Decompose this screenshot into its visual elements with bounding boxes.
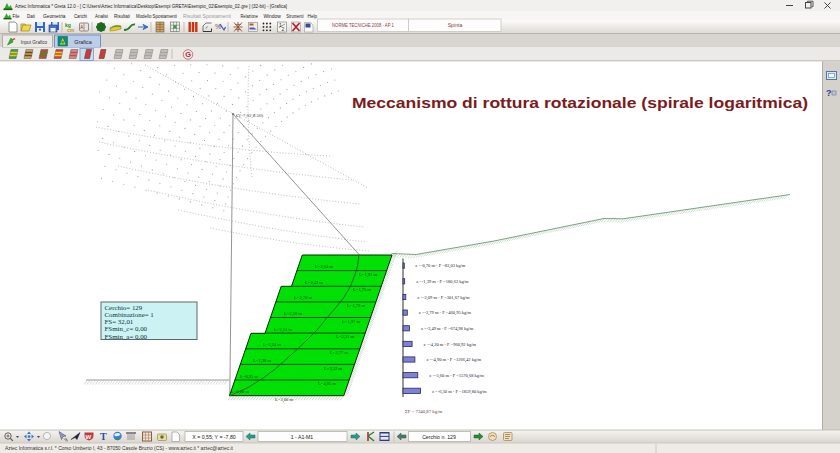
svg-text:Window: Window bbox=[263, 13, 280, 19]
svg-text:Modello Spostamenti: Modello Spostamenti bbox=[136, 13, 177, 19]
svg-text:Combinazione= 1: Combinazione= 1 bbox=[105, 311, 155, 318]
svg-text:Spinta: Spinta bbox=[448, 22, 463, 28]
svg-text:Risultati: Risultati bbox=[114, 13, 130, 19]
svg-text:Help: Help bbox=[308, 13, 318, 19]
svg-text:Aztec Informatica * Greta 12.0: Aztec Informatica * Greta 12.0 - [ C:\Us… bbox=[15, 3, 287, 9]
svg-text:Strumenti: Strumenti bbox=[286, 13, 303, 19]
svg-text:cm: cm bbox=[67, 27, 75, 33]
svg-text:Meccanismo di rottura rotazion: Meccanismo di rottura rotazionale (spira… bbox=[352, 94, 808, 111]
svg-text:Carichi: Carichi bbox=[74, 13, 87, 19]
svg-text:Input Grafico: Input Grafico bbox=[21, 39, 48, 45]
svg-text:X = 0,55; Y = -7,80: X = 0,55; Y = -7,80 bbox=[192, 434, 235, 440]
svg-text:2: 2 bbox=[282, 26, 285, 32]
svg-text:Dati: Dati bbox=[27, 13, 35, 19]
svg-text:NORME TECNICHE 2008 - AP 1: NORME TECNICHE 2008 - AP 1 bbox=[332, 22, 394, 28]
svg-text:T: T bbox=[100, 431, 107, 442]
svg-text:File: File bbox=[13, 13, 20, 19]
svg-text:Cerchio n. 129: Cerchio n. 129 bbox=[422, 434, 456, 440]
svg-text:FSmin_a= 0,00: FSmin_a= 0,00 bbox=[105, 333, 148, 340]
svg-text:Aztec Informatica s.r.l. * Cor: Aztec Informatica s.r.l. * Corso Umberto… bbox=[5, 445, 233, 451]
svg-text:G: G bbox=[185, 50, 191, 59]
svg-text:1 - A1-M1: 1 - A1-M1 bbox=[291, 434, 314, 440]
svg-text:Risultati Spostamenti: Risultati Spostamenti bbox=[183, 13, 231, 19]
svg-text:Relazione: Relazione bbox=[241, 13, 259, 19]
svg-text:Geometria: Geometria bbox=[43, 13, 66, 19]
svg-text:Analisi: Analisi bbox=[95, 13, 108, 19]
svg-text:FS= 32,01: FS= 32,01 bbox=[105, 318, 134, 325]
svg-text:?: ? bbox=[826, 88, 832, 98]
svg-text:Grafica: Grafica bbox=[74, 39, 92, 45]
svg-text:Cerchio= 129: Cerchio= 129 bbox=[105, 304, 143, 311]
svg-text:W: W bbox=[86, 434, 92, 440]
svg-text:A: A bbox=[80, 25, 83, 30]
svg-text:FSmin_c= 0,00: FSmin_c= 0,00 bbox=[105, 325, 148, 332]
